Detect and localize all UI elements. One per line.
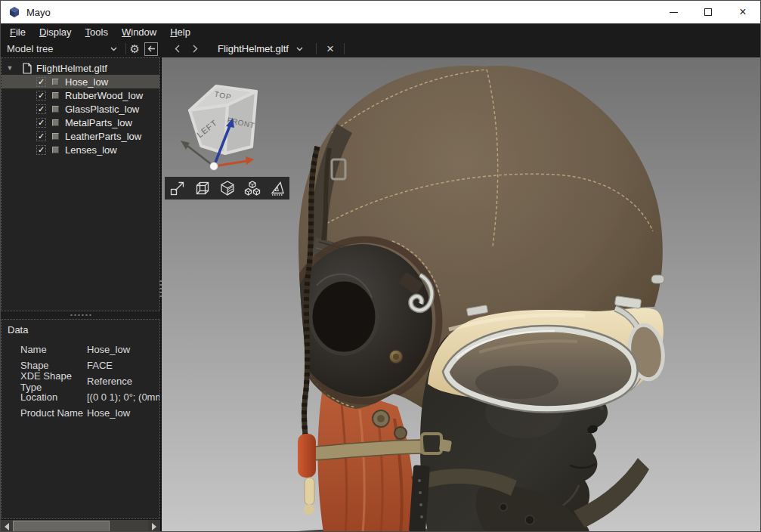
tree-item-metalparts-low[interactable]: ✓ MetalParts_low — [2, 116, 159, 129]
chevron-left-icon — [175, 45, 180, 53]
menu-help[interactable]: Help — [163, 25, 197, 39]
tab-separator — [316, 43, 317, 54]
wireframe-mode-button[interactable] — [190, 177, 215, 200]
data-row-name: Name Hose_low — [8, 342, 159, 357]
main-area: ▼ FlightHelmet.gltf ✓ Hose_low ✓ RubberW… — [1, 57, 760, 532]
data-panel: Data Name Hose_low Shape FACE XDE Shape … — [1, 319, 160, 519]
tree-mode-value: Model tree — [7, 43, 53, 54]
menu-display[interactable]: Display — [32, 25, 79, 39]
menu-file[interactable]: File — [3, 25, 32, 39]
app-logo-cube-icon — [8, 6, 20, 18]
tree-item-glassplastic-low[interactable]: ✓ GlassPlastic_low — [2, 102, 159, 116]
viewport-3d[interactable]: TOP LEFT FRONT — [162, 57, 760, 532]
data-row-location: Location [(0 0 1); 0°; (0mm — [8, 389, 159, 405]
tree-item-label: MetalParts_low — [65, 117, 132, 128]
close-document-button[interactable]: × — [320, 42, 340, 55]
exploded-cubes-icon — [244, 180, 261, 196]
menu-window[interactable]: Window — [115, 25, 163, 39]
data-row-xde-shape-type: XDE Shape Type Reference — [8, 373, 159, 389]
measure-button[interactable] — [264, 177, 289, 200]
scroll-left-button[interactable] — [1, 520, 13, 532]
close-icon: × — [739, 6, 746, 18]
fit-all-icon — [169, 180, 186, 196]
part-cube-icon — [52, 92, 59, 99]
expand-arrow-icon[interactable]: ▼ — [2, 64, 18, 72]
maximize-button[interactable] — [691, 1, 725, 23]
tree-item-rubberwood-low[interactable]: ✓ RubberWood_low — [2, 88, 159, 102]
part-cube-icon — [52, 119, 59, 126]
part-cube-icon — [52, 147, 59, 153]
menubar: File Display Tools Window Help — [1, 23, 760, 40]
minimize-icon — [670, 12, 678, 13]
visibility-checkbox[interactable]: ✓ — [36, 131, 46, 141]
view-orientation-cube[interactable]: TOP LEFT FRONT — [169, 73, 275, 186]
shaded-mode-button[interactable] — [215, 177, 240, 200]
scroll-right-button[interactable] — [148, 520, 160, 532]
document-tab-label: FlightHelmet.gltf — [218, 43, 289, 54]
visibility-checkbox[interactable]: ✓ — [36, 145, 46, 155]
left-arrow-icon — [147, 45, 156, 52]
tree-item-label: Lenses_low — [65, 144, 117, 156]
part-cube-icon — [52, 106, 59, 113]
tree-item-hose-low[interactable]: ✓ Hose_low — [2, 75, 159, 88]
tree-root-label: FlightHelmet.gltf — [36, 63, 107, 74]
chevron-down-icon — [296, 47, 303, 51]
viewport-toolbar — [165, 177, 289, 200]
tree-item-label: Hose_low — [65, 76, 108, 88]
horizontal-splitter[interactable] — [1, 311, 160, 319]
tree-item-label: LeatherParts_low — [65, 131, 141, 142]
horizontal-scrollbar[interactable] — [1, 519, 160, 532]
visibility-checkbox[interactable]: ✓ — [36, 91, 46, 101]
splitter-handle — [70, 314, 91, 316]
data-row-product-name: Product Name Hose_low — [8, 405, 159, 421]
tree-item-label: GlassPlastic_low — [65, 104, 139, 115]
close-button[interactable]: × — [725, 1, 760, 23]
document-file-icon — [23, 63, 32, 74]
scrollbar-thumb[interactable] — [13, 521, 110, 532]
visibility-checkbox[interactable]: ✓ — [36, 118, 46, 128]
scrollbar-track[interactable] — [13, 520, 148, 532]
minimize-button[interactable] — [656, 1, 691, 23]
tab-separator — [344, 43, 345, 54]
gear-icon[interactable]: ⚙ — [130, 43, 140, 54]
toolbar-separator — [125, 43, 126, 54]
model-tree-panel: ▼ FlightHelmet.gltf ✓ Hose_low ✓ RubberW… — [1, 57, 160, 311]
chevron-down-icon — [110, 47, 117, 51]
left-panel: ▼ FlightHelmet.gltf ✓ Hose_low ✓ RubberW… — [1, 57, 160, 532]
toolbar-row: Model tree ⚙ FlightHelmet.gltf × — [1, 40, 760, 57]
tree-item-lenses-low[interactable]: ✓ Lenses_low — [2, 143, 159, 156]
part-cube-icon — [52, 79, 59, 85]
document-tab-bar: FlightHelmet.gltf × — [160, 40, 760, 57]
triangle-right-icon — [152, 523, 156, 530]
fit-all-button[interactable] — [165, 177, 190, 200]
tree-root-row[interactable]: ▼ FlightHelmet.gltf — [2, 61, 159, 75]
measure-ruler-icon — [269, 180, 286, 196]
prev-document-button[interactable] — [168, 42, 186, 57]
tree-item-leatherparts-low[interactable]: ✓ LeatherParts_low — [2, 129, 159, 143]
window-controls: × — [656, 1, 760, 23]
active-document-tab[interactable]: FlightHelmet.gltf — [218, 43, 303, 54]
back-button[interactable] — [144, 42, 158, 56]
wireframe-cube-icon — [194, 180, 211, 196]
left-panel-toolbar: Model tree ⚙ — [1, 40, 160, 57]
chevron-right-icon — [193, 45, 198, 53]
titlebar[interactable]: Mayo × — [1, 1, 760, 23]
part-cube-icon — [52, 133, 59, 140]
tree-item-label: RubberWood_low — [65, 90, 143, 101]
visibility-checkbox[interactable]: ✓ — [36, 77, 46, 87]
menu-tools[interactable]: Tools — [79, 25, 115, 39]
tree-mode-combobox[interactable]: Model tree — [7, 43, 122, 54]
triangle-left-icon — [5, 523, 9, 530]
exploded-view-button[interactable] — [240, 177, 264, 200]
app-window: Mayo × File Display Tools Window Help Mo… — [0, 0, 761, 532]
shaded-cube-icon — [219, 180, 236, 196]
next-document-button[interactable] — [186, 42, 204, 57]
maximize-icon — [704, 8, 712, 16]
data-panel-title: Data — [8, 324, 159, 336]
visibility-checkbox[interactable]: ✓ — [36, 104, 46, 114]
window-title: Mayo — [26, 7, 51, 18]
